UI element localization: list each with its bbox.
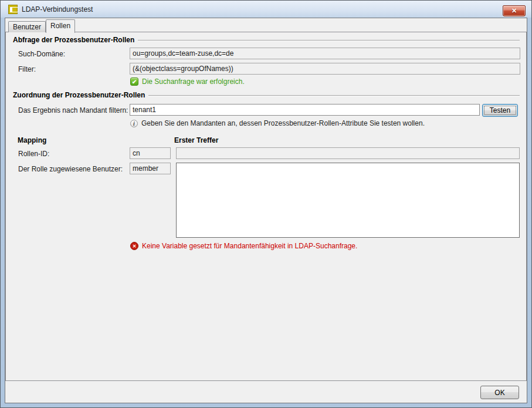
success-message: Die Suchanfrage war erfolgreich. (142, 77, 245, 86)
section-divider (148, 95, 520, 96)
ldap-connection-test-dialog: LDAP-Verbindungstest ✕ Benutzer Rollen A… (0, 0, 532, 408)
close-button[interactable]: ✕ (503, 5, 526, 16)
query-section-title: Abfrage der Prozessbenutzer-Rollen (13, 36, 134, 44)
window-icon (8, 5, 18, 14)
section-divider (138, 40, 520, 41)
error-message: Keine Variable gesetzt für Mandantenfähi… (142, 242, 357, 250)
assignment-section-header: Zuordnung der Prozessbenutzer-Rollen (13, 91, 520, 99)
tab-benutzer[interactable]: Benutzer (8, 21, 46, 32)
tenant-filter-label: Das Ergebnis nach Mandant filtern: (18, 106, 128, 114)
rollen-tab-panel: Abfrage der Prozessbenutzer-Rollen Such-… (5, 32, 527, 381)
tenant-filter-input[interactable] (130, 104, 480, 116)
result-title: Erster Treffer (174, 136, 218, 144)
role-id-attribute-field (130, 147, 171, 159)
filter-label: Filter: (18, 65, 36, 73)
tenant-info-status: i Geben Sie den Mandanten an, dessen Pro… (130, 119, 425, 127)
query-section-header: Abfrage der Prozessbenutzer-Rollen (13, 36, 520, 44)
tab-rollen[interactable]: Rollen (46, 19, 75, 33)
search-domain-label: Such-Domäne: (18, 50, 65, 58)
mapping-title: Mapping (18, 136, 46, 144)
members-attribute-field (130, 163, 171, 174)
close-icon: ✕ (511, 8, 517, 14)
info-icon: i (130, 120, 138, 127)
info-message: Geben Sie den Mandanten an, dessen Proze… (141, 119, 425, 127)
titlebar[interactable]: LDAP-Verbindungstest ✕ (1, 1, 531, 18)
filter-field (130, 63, 520, 75)
assignment-section-title: Zuordnung der Prozessbenutzer-Rollen (13, 91, 145, 99)
error-icon: ✕ (130, 242, 138, 250)
members-label: Der Rolle zugewiesene Benutzer: (18, 165, 123, 173)
success-check-icon: ✔ (130, 77, 138, 86)
window-title: LDAP-Verbindungstest (22, 5, 93, 14)
testen-button[interactable]: Testen (482, 104, 518, 117)
ok-button[interactable]: OK (480, 386, 519, 399)
dialog-client-area: Benutzer Rollen Abfrage der Prozessbenut… (5, 18, 527, 403)
tab-bar: Benutzer Rollen (8, 19, 75, 32)
role-id-label: Rollen-ID: (18, 150, 49, 158)
search-domain-field (130, 48, 520, 59)
role-id-result-field (176, 147, 520, 159)
members-result-textarea[interactable] (176, 163, 520, 238)
tenant-error-status: ✕ Keine Variable gesetzt für Mandantenfä… (130, 242, 357, 250)
search-success-status: ✔ Die Suchanfrage war erfolgreich. (130, 77, 245, 86)
